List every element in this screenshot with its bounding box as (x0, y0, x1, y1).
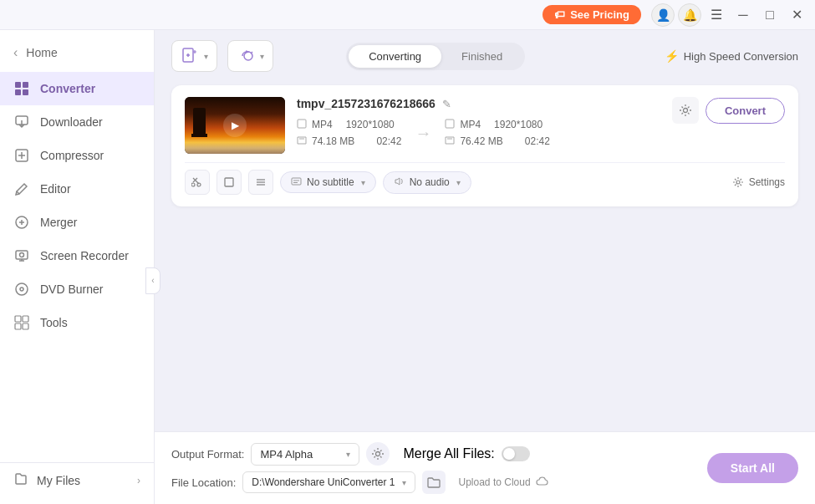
file-list: ▶ tmpv_2157231676218666 ✎ (155, 82, 815, 431)
source-size-row: 74.18 MB 02:42 (297, 135, 401, 147)
sidebar-home[interactable]: ‹ Home (0, 37, 154, 69)
play-button[interactable]: ▶ (223, 114, 247, 137)
audio-select[interactable]: No audio ▾ (383, 171, 471, 194)
close-button[interactable]: ✕ (785, 3, 808, 27)
format-select[interactable]: MP4 Alpha ▾ (251, 443, 359, 466)
tab-finished[interactable]: Finished (441, 45, 522, 68)
svg-point-23 (191, 183, 195, 186)
my-files-label: My Files (37, 474, 80, 487)
source-resolution: 1920*1080 (346, 119, 395, 130)
sidebar-item-screen-recorder-label: Screen Recorder (40, 249, 129, 262)
svg-point-33 (376, 452, 380, 456)
editor-icon (13, 181, 30, 197)
tag-icon: 🏷 (554, 8, 565, 21)
settings-link[interactable]: Settings (732, 176, 785, 188)
tools-icon (13, 314, 30, 331)
file-name: tmpv_2157231676218666 (297, 97, 436, 110)
lightning-icon: ⚡ (665, 49, 679, 63)
merge-toggle[interactable] (502, 446, 530, 461)
svg-point-9 (20, 253, 24, 257)
format-settings-gear[interactable] (366, 442, 390, 466)
screen-recorder-icon (13, 247, 30, 264)
dest-format-icon (445, 119, 455, 130)
tab-converting[interactable]: Converting (349, 45, 441, 68)
size-icon (297, 135, 307, 147)
file-card-top: ▶ tmpv_2157231676218666 ✎ (185, 97, 785, 154)
folder-browse-button[interactable] (422, 471, 446, 494)
list-button[interactable] (248, 170, 273, 195)
upload-cloud-label: Upload to Cloud (459, 476, 531, 488)
see-pricing-button[interactable]: 🏷 See Pricing (542, 5, 641, 24)
settings-gear-icon (732, 176, 744, 188)
sidebar-item-merger-label: Merger (40, 216, 77, 229)
output-format-label: Output Format: (171, 448, 244, 461)
sidebar-item-merger[interactable]: Merger (0, 206, 154, 239)
convert-button[interactable]: Convert (705, 98, 785, 124)
sidebar-collapse-button[interactable]: ‹ (145, 267, 160, 294)
bottom-row1: Output Format: MP4 Alpha ▾ (171, 442, 690, 466)
tabs-container: Converting Finished (346, 43, 525, 70)
bottom-rows: Output Format: MP4 Alpha ▾ (171, 442, 690, 494)
subtitle-select[interactable]: No subtitle ▾ (280, 171, 376, 193)
source-size: 74.18 MB (312, 135, 354, 147)
add-converted-icon (237, 46, 257, 66)
svg-rect-17 (23, 323, 28, 329)
sidebar-item-screen-recorder[interactable]: Screen Recorder (0, 239, 154, 272)
dvd-burner-icon (13, 281, 30, 298)
crop-button[interactable] (216, 170, 242, 195)
start-all-button[interactable]: Start All (707, 453, 798, 483)
location-select[interactable]: D:\Wondershare UniConverter 1 ▾ (242, 471, 415, 493)
sidebar: ‹ Home Converter Do (0, 30, 155, 504)
file-info: tmpv_2157231676218666 ✎ MP4 (297, 97, 660, 147)
svg-rect-3 (23, 89, 28, 95)
subtitle-dropdown-arrow-icon: ▾ (361, 178, 365, 187)
bell-icon[interactable]: 🔔 (678, 3, 701, 27)
upload-cloud-button[interactable]: Upload to Cloud (459, 476, 549, 488)
dest-size-row: 76.42 MB 02:42 (445, 135, 549, 147)
file-location-label: File Location: (171, 476, 236, 489)
sidebar-item-dvd-burner[interactable]: DVD Burner (0, 272, 154, 306)
sidebar-item-compressor-label: Compressor (40, 149, 104, 162)
merge-label: Merge All Files: (403, 446, 494, 461)
file-card: ▶ tmpv_2157231676218666 ✎ (171, 85, 798, 206)
add-file-button[interactable]: ▾ (171, 40, 217, 72)
svg-rect-15 (23, 316, 28, 322)
downloader-icon (13, 114, 30, 130)
file-settings-icon[interactable] (672, 97, 699, 124)
output-format-field: Output Format: MP4 Alpha ▾ (171, 442, 390, 466)
my-files-icon (13, 471, 28, 489)
file-name-row: tmpv_2157231676218666 ✎ (297, 97, 660, 110)
file-meta: MP4 1920*1080 74.18 MB 02:42 (297, 119, 660, 147)
add-file-dropdown-arrow-icon: ▾ (204, 52, 208, 61)
audio-label: No audio (410, 176, 450, 188)
file-thumbnail[interactable]: ▶ (185, 97, 285, 154)
edit-filename-icon[interactable]: ✎ (442, 98, 451, 110)
user-icon[interactable]: 👤 (651, 3, 675, 27)
home-label: Home (26, 46, 57, 59)
my-files-chevron-icon: › (137, 475, 140, 486)
format-icon (297, 119, 307, 130)
add-converted-button[interactable]: ▾ (227, 40, 273, 72)
meta-source: MP4 1920*1080 74.18 MB 02:42 (297, 119, 401, 147)
sidebar-item-editor[interactable]: Editor (0, 172, 154, 206)
audio-dropdown-arrow-icon: ▾ (456, 178, 461, 187)
sidebar-item-compressor[interactable]: Compressor (0, 139, 154, 172)
menu-icon[interactable]: ☰ (705, 3, 728, 27)
minimize-button[interactable]: ─ (731, 3, 755, 27)
source-duration: 02:42 (376, 135, 401, 147)
subtitle-label: No subtitle (307, 176, 354, 188)
format-dropdown-arrow-icon: ▾ (346, 450, 350, 459)
maximize-button[interactable]: □ (758, 3, 782, 27)
location-value: D:\Wondershare UniConverter 1 (252, 476, 395, 488)
dest-duration: 02:42 (525, 135, 550, 147)
sidebar-item-downloader[interactable]: Downloader (0, 105, 154, 139)
svg-rect-29 (292, 178, 301, 185)
cut-button[interactable] (185, 170, 210, 195)
sidebar-item-converter[interactable]: Converter (0, 72, 154, 105)
dest-size: 76.42 MB (460, 135, 502, 147)
sidebar-item-tools[interactable]: Tools (0, 306, 154, 339)
dest-size-icon (445, 135, 455, 147)
merge-field: Merge All Files: (403, 446, 529, 461)
svg-rect-25 (225, 178, 233, 186)
sidebar-my-files[interactable]: My Files › (0, 462, 154, 497)
